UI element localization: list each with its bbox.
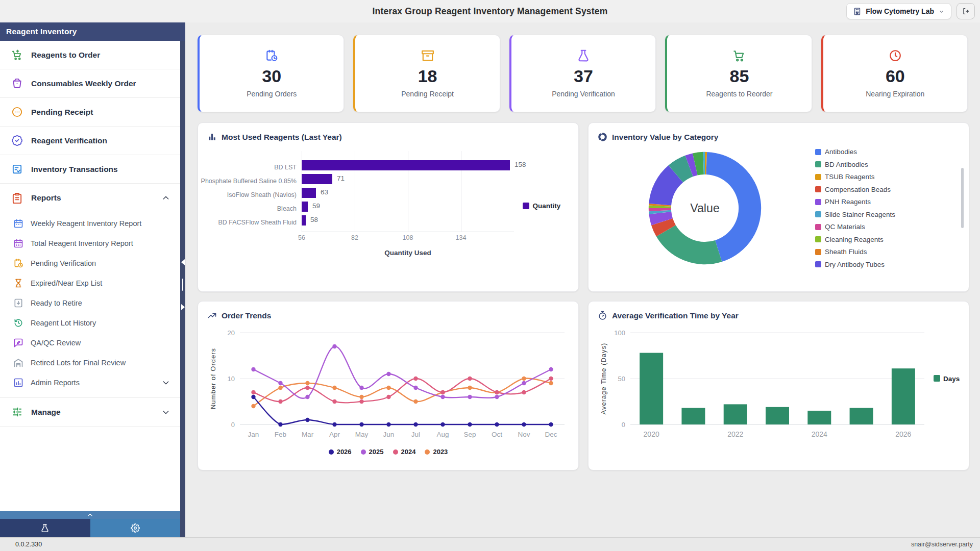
resize-grip-icon[interactable] <box>182 279 184 291</box>
x-axis-title: Quantity Used <box>302 249 514 257</box>
data-point-2025 <box>332 344 336 348</box>
sidebar-item-ready-to-retire[interactable]: Ready to Retire <box>0 293 180 313</box>
sidebar-item-weekly-reagent-inventory-report[interactable]: Weekly Reagent Inventory Report <box>0 213 180 233</box>
legend-item-tsub-reagents[interactable]: TSUB Reagents <box>815 173 960 181</box>
lab-selector-button[interactable]: Flow Cytometry Lab <box>846 3 951 19</box>
header-actions: Flow Cytometry Lab <box>846 3 975 19</box>
sidebar-item-retired-lots-for-final-review[interactable]: Retired Lots for Final Review <box>0 353 180 372</box>
timer-icon <box>598 311 607 320</box>
sidebar-item-consumables-weekly-order[interactable]: Consumables Weekly Order <box>0 69 180 98</box>
line-legend: 2026202520242023 <box>207 448 569 456</box>
y-axis-title: Average Time (Days) <box>600 343 607 415</box>
data-point-2023 <box>413 399 418 404</box>
line-series-2024 <box>254 379 551 403</box>
legend-item-pnh-reagents[interactable]: PNH Reagents <box>815 198 960 206</box>
bar-2021 <box>681 408 705 424</box>
legend-item-compensation-beads[interactable]: Compensation Beads <box>815 186 960 193</box>
logout-button[interactable] <box>957 3 975 19</box>
x-tick-label: Apr <box>329 431 340 438</box>
app-version: 0.0.2.330 <box>15 541 42 548</box>
chevron-down-icon <box>162 379 170 387</box>
sidebar-item-label: Reagents to Order <box>31 51 170 60</box>
sidebar-item-label: Weekly Reagent Inventory Report <box>31 219 170 228</box>
legend-scrollbar[interactable] <box>961 168 964 228</box>
data-point-2025 <box>468 395 472 399</box>
charts-grid: Most Used Reagents (Last Year)BD LSTPhos… <box>198 122 968 470</box>
legend-swatch <box>425 449 430 455</box>
legend-item-bd-antibodies[interactable]: BD Antibodies <box>815 161 960 168</box>
sidebar-item-inventory-transactions[interactable]: Inventory Transactions <box>0 155 180 184</box>
clipboard-check-icon <box>11 163 23 175</box>
data-point-2024 <box>359 399 363 404</box>
sidebar-item-qa-qc-review[interactable]: QA/QC Review <box>0 333 180 353</box>
legend-item-2023[interactable]: 2023 <box>425 448 448 456</box>
legend-item-qc-materials[interactable]: QC Materials <box>815 223 960 231</box>
sidebar-collapse-bar[interactable] <box>0 511 180 519</box>
bar-2020 <box>640 353 663 424</box>
sidebar-item-label: Pending Receipt <box>31 108 170 117</box>
sidebar-item-expired-near-exp-list[interactable]: Expired/Near Exp List <box>0 273 180 293</box>
x-tick-label: Sep <box>463 431 476 438</box>
collapse-left-icon[interactable] <box>181 259 185 265</box>
legend-item-antibodies[interactable]: Antibodies <box>815 148 960 156</box>
y-tick-label: 20 <box>228 329 235 337</box>
sidebar-item-reports[interactable]: Reports <box>0 184 180 212</box>
sidebar-item-admin-reports[interactable]: Admin Reports <box>0 372 180 392</box>
bar-2026 <box>892 368 915 424</box>
legend-item-2025[interactable]: 2025 <box>361 448 384 456</box>
expand-right-icon[interactable] <box>181 304 185 310</box>
sidebar-item-label: Reagent Lot History <box>31 319 170 327</box>
sidebar-resize-strip[interactable] <box>180 41 185 537</box>
sidebar-item-label: Expired/Near Exp List <box>31 279 170 287</box>
bar-row-bd-lst: 158 <box>302 160 514 170</box>
data-point-2023 <box>549 381 553 385</box>
sidebar-item-total-reagent-inventory-report[interactable]: Total Reagent Inventory Report <box>0 233 180 253</box>
legend-swatch <box>815 249 821 255</box>
data-point-2025 <box>522 381 526 385</box>
donut-icon <box>598 132 607 142</box>
sidebar-tab-lab[interactable] <box>0 519 90 537</box>
x-tick-label: Jun <box>383 431 395 438</box>
legend-label: QC Materials <box>825 223 865 231</box>
hbar-category-labels: BD LSTPhosphate Buffered Saline 0.85%Iso… <box>207 155 302 257</box>
y-tick-label: 10 <box>228 375 235 383</box>
legend-item-2024[interactable]: 2024 <box>393 448 416 456</box>
x-tick-label: 2024 <box>812 430 827 438</box>
x-tick-label: 134 <box>456 234 467 241</box>
stat-card-nearing-expiration: 60Nearing Expiration <box>821 35 968 112</box>
sidebar-item-reagent-verification[interactable]: Reagent Verification <box>0 127 180 155</box>
message-pen-icon <box>13 338 23 348</box>
chart-title-text: Average Verification Time by Year <box>612 311 739 320</box>
y-axis-title: Number of Orders <box>209 348 217 409</box>
chart-title: Inventory Value by Category <box>598 132 960 142</box>
clipboard-clock-icon <box>13 258 23 268</box>
data-point-2023 <box>468 386 472 390</box>
data-point-2026 <box>413 422 418 427</box>
data-point-2025 <box>386 372 390 376</box>
x-tick-label: Oct <box>492 431 502 438</box>
sidebar-item-pending-verification[interactable]: Pending Verification <box>0 253 180 273</box>
y-tick-label: 50 <box>618 375 625 383</box>
x-tick-label: Nov <box>518 431 530 438</box>
sidebar-item-reagent-lot-history[interactable]: Reagent Lot History <box>0 313 180 333</box>
line-chart-svg: 01020JanFebMarAprMayJunJulAugSepOctNovDe… <box>207 324 569 446</box>
legend-item-dry-antibody-tubes[interactable]: Dry Antibody Tubes <box>815 261 960 268</box>
data-point-2024 <box>468 377 472 381</box>
legend-item-sheath-fluids[interactable]: Sheath Fluids <box>815 248 960 256</box>
data-point-2023 <box>251 404 255 408</box>
legend-label: 2025 <box>369 448 384 456</box>
legend-item-slide-stainer-reagents[interactable]: Slide Stainer Reagents <box>815 211 960 218</box>
data-point-2026 <box>522 422 526 427</box>
sidebar-item-label: Consumables Weekly Order <box>31 79 170 88</box>
chart-title: Most Used Reagents (Last Year) <box>207 132 569 142</box>
sidebar-item-reagents-to-order[interactable]: Reagents to Order <box>0 41 180 69</box>
legend-item-cleaning-reagents[interactable]: Cleaning Reagents <box>815 236 960 243</box>
chart-column-icon <box>207 132 217 142</box>
x-tick-label: 2020 <box>644 430 659 438</box>
legend-item-2026[interactable]: 2026 <box>329 448 352 456</box>
legend-item-quantity[interactable]: Quantity <box>514 155 569 257</box>
sidebar-tab-settings[interactable] <box>90 519 181 537</box>
stat-value: 30 <box>262 67 281 85</box>
sidebar-item-manage[interactable]: Manage <box>0 398 180 427</box>
sidebar-item-pending-receipt[interactable]: Pending Receipt <box>0 98 180 127</box>
